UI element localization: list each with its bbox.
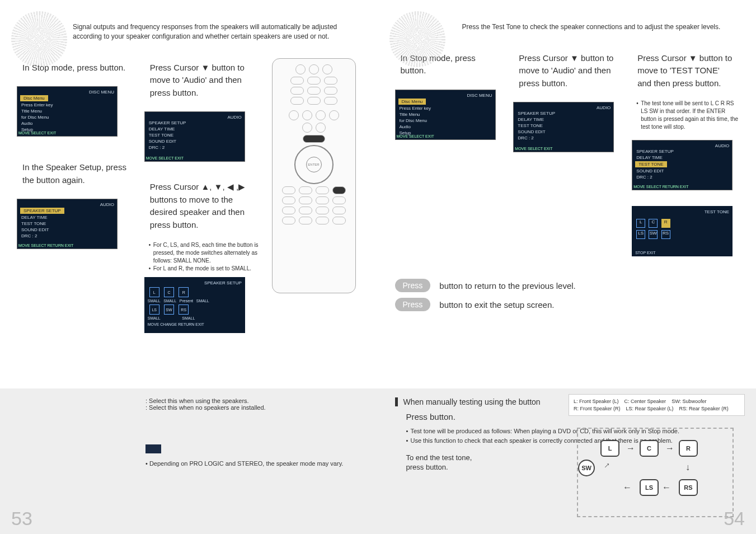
osd-testtone-screen: TEST TONE L C R LS SW RS STOP EXIT <box>632 206 732 256</box>
intro-text: Signal outputs and frequency responses f… <box>73 22 361 41</box>
remote-button <box>324 77 337 85</box>
osd-row: Disc Menu <box>398 99 426 105</box>
press-pill: Press <box>395 298 431 311</box>
speaker-box-icon: LS <box>636 230 645 239</box>
stop-icon <box>302 110 312 120</box>
osd-title: DISC MENU <box>398 93 492 98</box>
osd-row: for Disc Menu <box>398 118 492 124</box>
note-select-using: : Select this when using the speakers. <box>145 397 249 404</box>
arrow-down-icon: ↓ <box>685 462 690 472</box>
osd-row: DELAY TIME <box>20 214 114 221</box>
exit-text: button to exit the setup screen. <box>439 300 554 310</box>
osd-bar: STOP EXIT <box>635 251 729 255</box>
bullet-item: For L and R, the mode is set to SMALL. <box>149 265 261 273</box>
osd-row: SPEAKER SETUP <box>516 110 611 116</box>
osd-audio-menu: AUDIO SPEAKER SETUP DELAY TIME TEST TONE… <box>144 111 245 162</box>
osd-audio-speaker-setup: AUDIO SPEAKER SETUP DELAY TIME TEST TONE… <box>17 199 118 249</box>
osd-row: Disc Menu <box>20 95 48 101</box>
skip-back-icon <box>289 110 299 120</box>
osd-row: DELAY TIME <box>516 116 611 123</box>
flow-box-ls: LS <box>640 479 659 496</box>
remote-button <box>299 207 312 214</box>
remote-button <box>290 97 304 105</box>
decorative-spiral-icon <box>389 11 445 67</box>
page-number: 53 <box>11 508 32 530</box>
osd-bar: MOVE SELECT EXIT <box>146 156 243 160</box>
osd-label: SMALL <box>148 299 161 303</box>
speaker-box-icon: C <box>649 219 658 228</box>
remote-button <box>307 97 321 105</box>
step-3-text: Press Cursor ▼ button to move to 'TEST T… <box>632 49 739 93</box>
return-text: button to return to the previous level. <box>439 281 575 291</box>
osd-bar: MOVE CHANGE RETURN EXIT <box>148 322 242 326</box>
osd-row: Title Menu <box>398 111 492 118</box>
legend-item: SW: Subwoofer <box>672 399 706 404</box>
remote-button <box>332 196 346 204</box>
speaker-flow-diagram: L → C → R ↓ RS ← LS ← SW ↑ <box>577 428 734 517</box>
tv-icon <box>309 64 319 74</box>
speaker-box-icon: RS <box>179 305 189 315</box>
remote-button <box>332 207 346 214</box>
speaker-box-icon: RS <box>661 230 670 239</box>
legend-item: RS: Rear Speaker (R) <box>679 406 729 411</box>
remote-button <box>299 217 312 224</box>
osd-row: TEST TONE <box>20 221 114 227</box>
page-53: Signal outputs and frequency responses f… <box>0 0 378 534</box>
osd-row: SPEAKER SETUP <box>148 120 242 126</box>
receiver-icon <box>322 64 332 74</box>
decorative-spiral-icon <box>11 11 67 67</box>
speaker-box-active-icon: R <box>661 219 670 228</box>
flow-box-sw: SW <box>578 460 595 476</box>
osd-title: AUDIO <box>20 202 114 207</box>
legend-item: LS: Rear Speaker (L) <box>626 406 674 411</box>
remote-button <box>332 217 346 224</box>
speaker-box-icon: L <box>636 219 645 228</box>
remote-button <box>316 207 329 214</box>
osd-row: Title Menu <box>20 108 114 114</box>
page-54: Press the Test Tone to check the speaker… <box>378 0 757 534</box>
note-icon <box>145 444 161 453</box>
remote-button <box>316 196 329 204</box>
enter-button-icon: ENTER <box>306 157 322 172</box>
vol-icon <box>316 123 326 133</box>
flow-box-c: C <box>640 440 659 457</box>
remote-button <box>307 77 321 85</box>
remote-button <box>290 87 304 95</box>
arrow-left-icon: ← <box>662 483 671 493</box>
osd-row: for Disc Menu <box>20 114 114 120</box>
osd-disc-menu: DISC MENU Disc Menu Press Enter key Titl… <box>17 86 118 137</box>
speaker-legend: L: Front Speaker (L) C: Center Speaker S… <box>569 394 745 416</box>
remote-button <box>282 196 295 204</box>
remote-button <box>282 186 295 194</box>
remote-control-illustration: ENTER <box>272 58 356 293</box>
dpad-icon: ENTER <box>294 145 334 184</box>
osd-row: Press Enter key <box>398 105 492 111</box>
osd-row: DELAY TIME <box>635 154 729 161</box>
test-tone-button-icon <box>332 186 346 194</box>
osd-row: Audio <box>20 120 114 127</box>
osd-row: DRC : 2 <box>148 144 242 151</box>
osd-title: SPEAKER SETUP <box>148 280 242 285</box>
osd-bar: MOVE SELECT EXIT <box>18 131 116 135</box>
speaker-box-icon: SW <box>649 230 658 239</box>
speaker-box-icon: SW <box>164 305 174 315</box>
play-pause-icon <box>316 110 326 120</box>
remote-button <box>290 77 304 85</box>
osd-row: DRC : 2 <box>635 174 729 180</box>
step-2-text: Press Cursor ▼ button to move to 'Audio'… <box>144 58 261 103</box>
note-band-left: : Select this when using the speakers. :… <box>0 388 378 534</box>
speaker-box-icon: L <box>149 287 159 297</box>
remote-button <box>282 217 295 224</box>
bullet-item: For C, LS, and RS, each time the button … <box>149 241 261 265</box>
osd-bar: MOVE SELECT RETURN EXIT <box>633 185 731 189</box>
arrow-right-icon: → <box>665 443 674 453</box>
remote-button <box>316 217 329 224</box>
osd-row: SOUND EDIT <box>148 138 242 144</box>
osd-bar: MOVE SELECT EXIT <box>397 134 494 138</box>
osd-row: SOUND EDIT <box>20 227 114 233</box>
osd-label: SMALL <box>196 299 209 303</box>
arrow-left-icon: ← <box>623 483 632 493</box>
osd-row: SOUND EDIT <box>635 168 729 174</box>
power-icon <box>295 64 306 74</box>
osd-bar: MOVE SELECT EXIT <box>515 147 612 151</box>
